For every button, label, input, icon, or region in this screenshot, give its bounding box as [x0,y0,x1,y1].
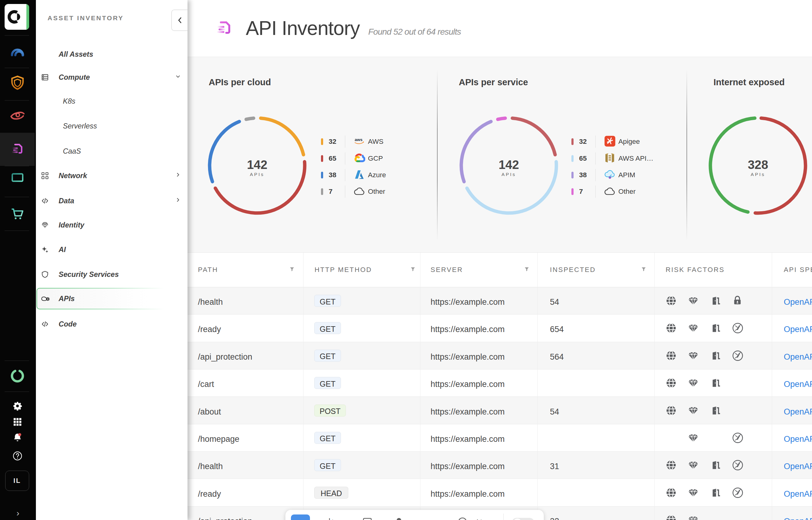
svg-text:aws: aws [354,137,362,142]
